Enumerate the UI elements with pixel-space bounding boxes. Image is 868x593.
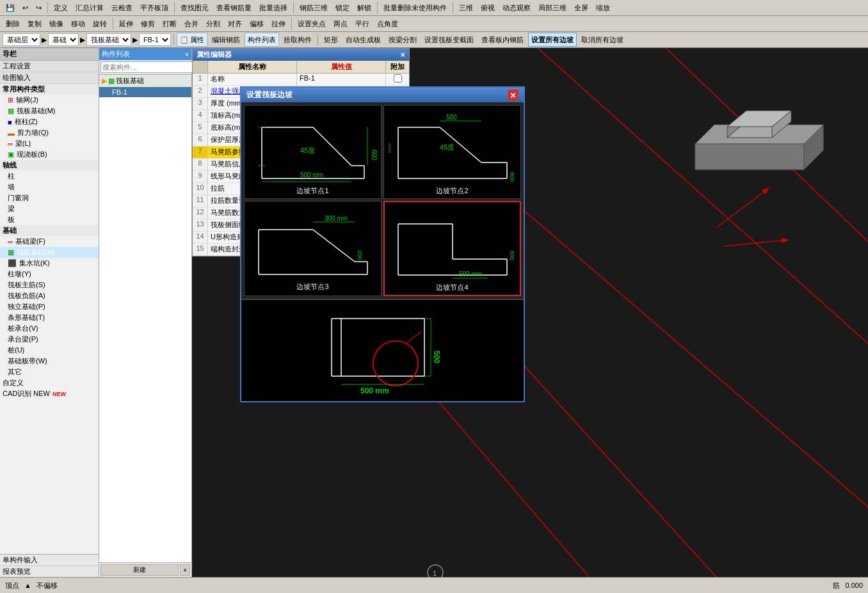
toolbar-delete[interactable]: 删除: [3, 17, 23, 31]
toolbar-orbit[interactable]: 动态观察: [499, 1, 534, 15]
toolbar-setsection[interactable]: 设置筏板变截面: [421, 33, 477, 47]
nav-report[interactable]: 报表预览: [0, 566, 99, 577]
toolbar-fullscreen[interactable]: 全屏: [571, 1, 591, 15]
slope-node-1[interactable]: 45度 500 mm 600 边坡节点1: [244, 105, 382, 199]
comp-list-close[interactable]: ×: [185, 51, 189, 58]
toolbar-parallel[interactable]: 平行: [352, 17, 373, 31]
toolbar-editsteel[interactable]: 编辑钢筋: [209, 33, 243, 47]
comp-search-input[interactable]: [100, 61, 193, 73]
nav-item-col[interactable]: ■ 框柱(Z): [0, 116, 99, 127]
nav-item-wall2[interactable]: 墙: [0, 182, 99, 193]
nav-item-isolated[interactable]: 独立基础(P): [0, 301, 99, 312]
toolbar-zoom[interactable]: 缩放: [593, 1, 613, 15]
toolbar-extend[interactable]: 延伸: [116, 17, 136, 31]
nav-item-strip[interactable]: 条形基础(T): [0, 312, 99, 323]
nav-item-wall[interactable]: ▬ 剪力墙(Q): [0, 127, 99, 138]
nav-item-slab-common[interactable]: ▣ 现浇板(B): [0, 149, 99, 160]
nav-item-beam[interactable]: ═ 梁(L): [0, 138, 99, 149]
toolbar-offset[interactable]: 偏移: [246, 17, 267, 31]
prop-name-1: 名称: [208, 74, 297, 85]
toolbar-unlock[interactable]: 解锁: [354, 1, 374, 15]
nav-item-pilecap[interactable]: 桩承台(V): [0, 323, 99, 334]
nav-item-raftneg[interactable]: 筏板负筋(A): [0, 290, 99, 301]
slope-node-4[interactable]: 500 mm 800 边坡节点4: [383, 201, 521, 296]
nav-item-beam2[interactable]: 梁: [0, 203, 99, 214]
del-comp-btn[interactable]: ×: [180, 564, 190, 576]
nav-item-axis[interactable]: ⊞ 轴网(J): [0, 95, 99, 106]
toolbar-viewsteel[interactable]: 查看钢筋量: [213, 1, 255, 15]
nav-item-drawing[interactable]: 绘图输入: [0, 72, 99, 84]
toolbar-viewsteel2[interactable]: 查看板内钢筋: [478, 33, 527, 47]
prop-close[interactable]: ×: [400, 50, 405, 59]
toolbar-local3d[interactable]: 局部三维: [535, 1, 570, 15]
toolbar-undo[interactable]: ↩: [19, 1, 31, 15]
nav-single-input[interactable]: 单构件输入: [0, 555, 99, 566]
toolbar-flattop[interactable]: 平齐板顶: [137, 1, 172, 15]
toolbar-batchsel[interactable]: 批量选择: [256, 1, 291, 15]
toolbar-steel3d[interactable]: 钢筋三维: [296, 1, 331, 15]
toolbar-3d[interactable]: 三维: [456, 1, 476, 15]
nav-item-settings[interactable]: 工程设置: [0, 61, 99, 72]
toolbar-property[interactable]: 📋 属性: [177, 33, 207, 47]
toolbar-merge[interactable]: 合并: [181, 17, 202, 31]
type-select[interactable]: 基础: [48, 33, 79, 46]
slope-node-3[interactable]: 300 mm 200 边坡节点3: [244, 201, 382, 296]
toolbar-bybeam[interactable]: 按梁分割: [385, 33, 420, 47]
nav-item-custom[interactable]: 自定义: [0, 377, 99, 388]
toolbar-lock[interactable]: 锁定: [332, 1, 353, 15]
toolbar-copy[interactable]: 复制: [24, 17, 45, 31]
comp-list-header: 构件列表 ×: [99, 48, 191, 60]
nav-item-postband[interactable]: 基础板带(W): [0, 356, 99, 367]
toolbar-define[interactable]: 定义: [51, 1, 71, 15]
comp-item-fb1[interactable]: FB-1: [99, 87, 191, 97]
nav-item-raft[interactable]: ▦ 筏板基础(M): [0, 247, 99, 258]
toolbar-autoboard[interactable]: 自动生成板: [342, 33, 384, 47]
nav-item-slab2[interactable]: 板: [0, 214, 99, 225]
prop-add-1: [386, 74, 409, 85]
slope-dialog-close[interactable]: ×: [508, 90, 518, 100]
toolbar-pickup[interactable]: 拾取构件: [280, 33, 315, 47]
comp-tree-root[interactable]: ▶ ▦ 筏板基础: [99, 75, 191, 87]
toolbar-redo[interactable]: ↪: [33, 1, 45, 15]
toolbar-removeallslope[interactable]: 取消所有边坡: [578, 33, 627, 47]
nav-item-col2[interactable]: 柱: [0, 171, 99, 182]
nav-item-caplbeam[interactable]: 承台梁(P): [0, 334, 99, 345]
new-comp-btn[interactable]: 新建: [100, 564, 179, 576]
nav-item-door[interactable]: 门窗洞: [0, 193, 99, 203]
prop-check-1[interactable]: [394, 74, 402, 83]
nav-item-pit[interactable]: ⬛ 集水坑(K): [0, 258, 99, 269]
toolbar-stretch[interactable]: 拉伸: [268, 17, 289, 31]
toolbar-complist[interactable]: 构件列表: [245, 33, 279, 47]
toolbar-setallslope[interactable]: 设置所有边坡: [528, 33, 577, 47]
toolbar-mirror[interactable]: 镜像: [46, 17, 67, 31]
nav-item-pile[interactable]: 桩(U): [0, 345, 99, 356]
toolbar-align[interactable]: 对齐: [225, 17, 245, 31]
toolbar-calc[interactable]: 汇总计算: [72, 1, 107, 15]
toolbar-rotate[interactable]: 旋转: [90, 17, 110, 31]
toolbar-2: 删除 复制 镜像 移动 旋转 延伸 修剪 打断 合并 分割 对齐 偏移 拉伸 设…: [0, 16, 868, 32]
toolbar-batchdel[interactable]: 批量删除未使用构件: [380, 1, 450, 15]
nav-item-other[interactable]: 其它: [0, 367, 99, 377]
toolbar-find[interactable]: 查找图元: [177, 1, 212, 15]
layer-select[interactable]: 基础层: [3, 33, 40, 46]
nav-item-raft-common[interactable]: ▦ 筏板基础(M): [0, 106, 99, 116]
subtype-select[interactable]: 筏板基础: [86, 33, 131, 46]
slope-node-2[interactable]: 500 600 800 45度 边坡节点2: [383, 105, 521, 199]
nav-item-cadrecog[interactable]: CAD识别 NEW NEW: [0, 388, 99, 399]
prop-value-1[interactable]: FB-1: [297, 74, 386, 85]
toolbar-break[interactable]: 打断: [159, 17, 180, 31]
toolbar-trim[interactable]: 修剪: [138, 17, 158, 31]
toolbar-cloud[interactable]: 云检查: [108, 1, 136, 15]
nav-item-colbase[interactable]: 柱墩(Y): [0, 269, 99, 280]
nav-item-fbeam[interactable]: ═ 基础梁(F): [0, 236, 99, 247]
toolbar-twopoint[interactable]: 两点: [330, 17, 351, 31]
toolbar-move[interactable]: 移动: [68, 17, 88, 31]
toolbar-topview[interactable]: 俯视: [478, 1, 498, 15]
nav-item-raftmain[interactable]: 筏板主筋(S): [0, 280, 99, 290]
toolbar-save[interactable]: 💾: [3, 1, 18, 15]
toolbar-pointangle[interactable]: 点角度: [374, 17, 401, 31]
element-select[interactable]: FB-1: [139, 33, 171, 46]
toolbar-split[interactable]: 分割: [203, 17, 223, 31]
toolbar-rect[interactable]: 矩形: [321, 33, 341, 47]
toolbar-setpoint[interactable]: 设置夹点: [294, 17, 329, 31]
